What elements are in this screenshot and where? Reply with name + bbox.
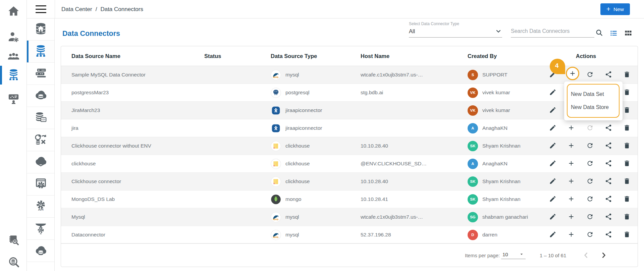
secondary-sidebar-item-server-rack-icon[interactable]	[27, 63, 54, 85]
primary-sidebar-item-database-network-icon[interactable]	[0, 68, 27, 83]
share-button[interactable]	[604, 231, 612, 239]
secondary-sidebar-item-database-code-icon[interactable]: </>	[27, 107, 54, 129]
data-source-name[interactable]: clickhouse	[61, 161, 204, 167]
secondary-sidebar-item-cloud-database-stack-icon[interactable]	[27, 240, 54, 262]
secondary-sidebar-item-funnel-gear-icon[interactable]	[27, 218, 54, 240]
data-source-name[interactable]: Dataconnector	[61, 232, 204, 238]
add-button[interactable]	[567, 213, 575, 221]
share-button[interactable]	[604, 142, 612, 150]
add-button[interactable]	[567, 142, 575, 150]
data-source-name[interactable]: Clickhouse connector without ENV	[61, 143, 204, 149]
refresh-button[interactable]	[586, 177, 594, 185]
refresh-button[interactable]	[586, 160, 594, 168]
secondary-sidebar-item-cloud-database-icon[interactable]	[27, 85, 54, 107]
add-button[interactable]	[567, 124, 575, 132]
primary-sidebar-item-database-search-icon[interactable]	[0, 255, 27, 270]
add-button[interactable]	[567, 160, 575, 168]
delete-button[interactable]	[623, 231, 631, 239]
delete-button[interactable]	[623, 195, 631, 203]
data-source-name[interactable]: Clickhouse connector	[61, 178, 204, 184]
share-icon	[605, 177, 612, 186]
primary-sidebar-item-user-settings-icon[interactable]	[0, 31, 27, 45]
refresh-button[interactable]	[586, 195, 594, 203]
delete-button[interactable]	[623, 142, 631, 150]
new-button[interactable]: + New	[600, 3, 630, 15]
breadcrumb-data-center[interactable]: Data Center	[61, 6, 92, 13]
secondary-sidebar-item-cloud-layer-icon[interactable]	[27, 151, 54, 173]
share-icon	[605, 124, 612, 132]
secondary-sidebar-item-database-network-icon[interactable]	[27, 41, 54, 63]
connector-type-select[interactable]: Select Data Connector Type All	[409, 21, 502, 38]
refresh-button[interactable]	[586, 213, 594, 221]
items-per-page-select[interactable]: 10	[501, 251, 526, 259]
add-button[interactable]	[567, 195, 575, 203]
plus-icon: +	[606, 5, 610, 12]
hamburger-menu-icon[interactable]	[36, 5, 46, 13]
delete-button[interactable]	[623, 71, 631, 79]
menu-item-new-data-set[interactable]: New Data Set	[571, 91, 619, 97]
previous-page-button[interactable]	[580, 250, 592, 261]
delete-button[interactable]	[623, 124, 631, 132]
edit-button[interactable]	[549, 142, 557, 150]
edit-button[interactable]	[549, 195, 557, 203]
data-source-name[interactable]: Sample MySQL Data Connector	[61, 72, 204, 78]
add-context-menu: New Data Set New Data Store	[564, 82, 623, 120]
edit-icon	[549, 213, 556, 221]
list-view-icon[interactable]	[610, 29, 618, 37]
data-source-name[interactable]: JiraMarch23	[61, 107, 204, 113]
edit-button[interactable]	[549, 106, 557, 114]
search-icon[interactable]	[595, 29, 603, 37]
add-button[interactable]	[567, 177, 575, 185]
secondary-sidebar-item-api-gear-icon[interactable]: API	[27, 196, 54, 218]
share-button[interactable]	[604, 160, 612, 168]
breadcrumb-data-connectors[interactable]: Data Connectors	[100, 6, 143, 13]
refresh-button[interactable]	[586, 231, 594, 239]
share-button[interactable]	[604, 195, 612, 203]
refresh-button[interactable]	[586, 71, 594, 79]
next-page-button[interactable]	[598, 250, 609, 261]
primary-sidebar	[0, 0, 27, 271]
refresh-button[interactable]	[586, 124, 594, 132]
search-input[interactable]	[511, 28, 594, 34]
secondary-sidebar-item-data-sync-icon[interactable]	[27, 129, 54, 151]
secondary-sidebar-item-gear-database-window-icon[interactable]	[27, 173, 54, 196]
menu-item-new-data-store[interactable]: New Data Store	[571, 104, 619, 110]
share-button[interactable]	[604, 71, 612, 79]
edit-button[interactable]	[549, 160, 557, 168]
created-by: VKvivek kumar	[468, 88, 534, 98]
data-source-name[interactable]: jira	[61, 125, 204, 131]
add-button[interactable]	[567, 231, 575, 239]
delete-button[interactable]	[623, 106, 631, 114]
primary-sidebar-item-dashboard-user-icon[interactable]	[0, 92, 27, 107]
share-button[interactable]	[604, 213, 612, 221]
refresh-icon	[586, 195, 594, 204]
edit-button[interactable]	[549, 213, 557, 221]
edit-button[interactable]	[549, 89, 557, 97]
edit-button[interactable]	[549, 124, 557, 132]
refresh-icon	[586, 71, 594, 79]
grid-view-icon[interactable]	[624, 29, 632, 37]
primary-sidebar-item-home-icon[interactable]	[0, 5, 27, 19]
refresh-button[interactable]	[586, 142, 594, 150]
refresh-icon	[586, 160, 594, 168]
edit-button[interactable]	[549, 231, 557, 239]
secondary-sidebar-item-database-home-icon[interactable]	[27, 18, 54, 41]
share-button[interactable]	[604, 177, 612, 185]
delete-button[interactable]	[623, 89, 631, 97]
avatar: SK	[468, 141, 478, 151]
table-row: Clickhouse connector without ENVclickhou…	[61, 137, 638, 155]
primary-sidebar-item-catalog-search-icon[interactable]	[0, 233, 27, 248]
cloud-database-stack-icon	[34, 243, 48, 258]
delete-button[interactable]	[623, 213, 631, 221]
delete-button[interactable]	[623, 177, 631, 185]
primary-sidebar-item-user-groups-icon[interactable]	[0, 50, 27, 64]
delete-button[interactable]	[623, 160, 631, 168]
data-source-name[interactable]: MongoDS_DS Lab	[61, 196, 204, 202]
share-button[interactable]	[604, 124, 612, 132]
annotated-add-button[interactable]	[566, 67, 579, 80]
edit-button[interactable]	[549, 177, 557, 185]
edit-icon	[549, 160, 556, 168]
data-source-name[interactable]: postgressMar23	[61, 90, 204, 96]
home-icon	[7, 5, 20, 19]
data-source-name[interactable]: Mysql	[61, 214, 204, 220]
